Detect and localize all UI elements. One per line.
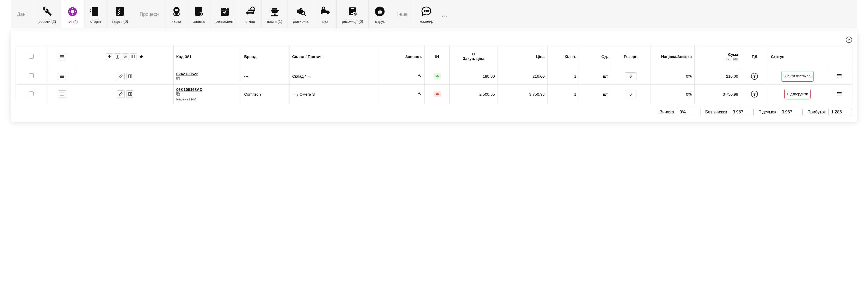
barcode-icon[interactable] [130,53,137,60]
cell-buy-price: 2 500.65 [450,84,498,104]
discount-input[interactable] [677,108,701,116]
th-unit[interactable]: Од. [579,45,611,68]
th-warehouse[interactable]: Склад / Постач. [289,45,377,68]
th-sum[interactable]: Сума без ПДВ [695,45,741,68]
tab-history[interactable]: історія [84,0,106,29]
row-actions-icon[interactable] [837,74,842,79]
tab-diagnostics[interactable]: діагно-ка [287,0,314,29]
part-code-link[interactable]: 06K109158AD [176,87,203,92]
row-menu-button[interactable] [58,73,66,80]
cell-price: 216.00 [497,68,547,84]
cell-sum: 216.00 [695,68,741,84]
select-all-checkbox[interactable] [29,54,34,59]
cell-markup: 0% [650,84,695,104]
copy-icon[interactable] [176,92,180,96]
tab-posts[interactable]: пости (1) [261,0,288,29]
tab-comments[interactable]: комен-р [414,0,438,29]
tab-tasks[interactable]: задачі (0) [106,0,133,29]
th-code[interactable]: Код З/Ч [173,45,241,68]
catalog-icon[interactable] [126,73,134,80]
catalog-icon[interactable] [126,90,134,98]
svg-point-4 [69,11,70,12]
history-icon [89,5,101,17]
truck-wrench-icon [319,5,331,17]
status-button[interactable]: Підтвердити [784,89,811,100]
brand-link[interactable]: Contitech [244,92,261,97]
wrench-icon[interactable] [417,92,422,97]
without-discount-label: Без знижки [705,110,727,114]
map-pin-icon [171,5,182,17]
svg-point-11 [322,7,325,9]
cell-buy-price: 180.00 [450,68,498,84]
th-status[interactable]: Статус [768,45,827,68]
th-ih[interactable]: ІН [425,45,450,68]
subtotal-input[interactable] [779,108,803,116]
th-reserve[interactable]: Резерв [611,45,650,68]
th-part[interactable]: Запчаст. [377,45,425,68]
column-menu-button[interactable] [58,53,66,60]
parts-table: VIN Код З/Ч Бренд Склад / Постач. Запчас… [16,45,852,104]
tab-inspection[interactable]: огляд [239,0,261,29]
profit-input[interactable] [828,108,852,116]
tab-card-label: карта [172,19,181,24]
wrench-icon[interactable] [417,74,422,79]
tab-works[interactable]: роботи (2) [33,0,61,29]
supplier-link[interactable]: Омега S [300,92,315,97]
calendar-tools-icon [219,5,230,17]
tab-recommendations[interactable]: реком-ції (0) [336,0,368,29]
row-checkbox[interactable] [29,91,34,96]
tab-card[interactable]: карта [165,0,188,29]
tab-parts-label: з/ч (2) [67,20,78,24]
tabs-overflow[interactable]: … [438,0,451,29]
svg-rect-16 [177,78,180,80]
add-icon[interactable] [106,53,113,60]
warehouse-link[interactable]: Склад [292,74,304,78]
wrench-icon [41,5,53,17]
cell-price: 3 750.98 [497,84,547,104]
tab-history-label: історія [89,19,101,24]
cell-markup: 0% [650,68,695,84]
copy-icon[interactable] [176,77,180,80]
catalog-icon[interactable] [114,53,121,60]
cell-unit: шт [579,68,611,84]
tab-group-other: Інше [391,0,414,29]
th-buyprice[interactable]: Закуп. ціна [450,45,498,68]
row-actions-icon[interactable] [837,92,842,97]
star-icon[interactable] [138,53,145,60]
cell-unit: шт [579,84,611,104]
help-icon[interactable]: ? [846,36,852,43]
tab-parts[interactable]: з/ч (2) [61,0,84,29]
part-code-link[interactable]: 0242129522 [176,72,198,76]
tab-workshop[interactable]: цех [314,0,336,29]
th-markup[interactable]: Націнка/Знижка [650,45,695,68]
tab-workshop-label: цех [322,19,328,24]
tab-request-label: заявка [193,19,205,24]
tab-regulations[interactable]: регламент [210,0,239,29]
row-checkbox[interactable] [29,74,34,78]
svg-point-3 [72,14,73,15]
cloud-status-icon[interactable] [433,73,441,80]
vin-icon[interactable]: VIN [122,53,129,60]
cloud-status-icon[interactable] [433,91,441,97]
tab-request[interactable]: заявка [188,0,210,29]
th-qty[interactable]: Кіл-ть [548,45,579,68]
brand-link[interactable]: --- [244,74,248,78]
without-discount-input[interactable] [730,108,754,116]
svg-rect-8 [221,8,229,16]
th-brand[interactable]: Бренд [241,45,289,68]
tab-feedback[interactable]: відгук [368,0,391,29]
tab-works-label: роботи (2) [38,19,56,24]
pd-help-icon[interactable]: ? [751,73,758,80]
engine-search-icon [295,5,307,17]
pd-help-icon[interactable]: ? [751,91,758,98]
edit-icon[interactable] [117,73,125,80]
status-button[interactable]: Знайти постачал. [781,71,814,82]
table-row: 0242129522 --- Склад / — 180.00 216.00 1… [16,68,852,84]
row-menu-button[interactable] [58,90,66,98]
edit-icon[interactable] [117,90,125,98]
reserve-value[interactable]: 0 [625,90,637,98]
reserve-value[interactable]: 0 [625,72,637,80]
th-price[interactable]: Ціна [497,45,547,68]
tab-diagnostics-label: діагно-ка [293,19,309,24]
th-pd[interactable]: ПД [741,45,768,68]
